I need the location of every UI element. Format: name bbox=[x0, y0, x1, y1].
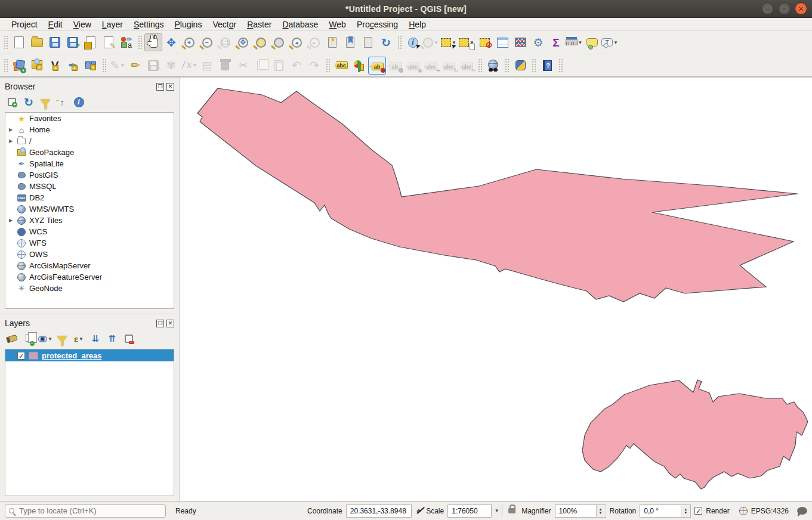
move-label-button[interactable]: abc➜ bbox=[422, 57, 440, 75]
browser-item--[interactable]: ▶/ bbox=[5, 135, 174, 147]
expand-arrow-icon[interactable]: ▶ bbox=[8, 127, 14, 132]
browser-item-wfs[interactable]: WFS bbox=[5, 237, 174, 249]
browser-item-wcs[interactable]: WCS bbox=[5, 226, 174, 237]
new-shapefile-layer-button[interactable]: V✳ bbox=[46, 57, 64, 75]
add-selected-layers-button[interactable]: + bbox=[5, 95, 19, 109]
menu-raster[interactable]: Raster bbox=[242, 19, 277, 30]
modify-attributes-button[interactable]: ▤ bbox=[198, 57, 216, 75]
delete-selected-button[interactable] bbox=[216, 57, 234, 75]
new-spatialite-layer-button[interactable]: ✒✳ bbox=[64, 57, 82, 75]
lock-scale-icon[interactable] bbox=[508, 508, 515, 513]
deselect-features-button[interactable]: ⊘ bbox=[476, 33, 493, 51]
show-bookmark-manager-button[interactable] bbox=[359, 33, 377, 51]
refresh-browser-button[interactable]: ↻ bbox=[21, 95, 36, 109]
vertex-tool-button[interactable]: /x▼ bbox=[180, 57, 198, 75]
dropdown-arrow-icon[interactable]: ▼ bbox=[613, 40, 618, 45]
zoom-last-button[interactable]: ◂ bbox=[288, 33, 305, 51]
crs-globe-icon[interactable] bbox=[739, 507, 748, 515]
toggle-editing-button[interactable]: ✏ bbox=[126, 57, 144, 75]
close-button[interactable]: ✕ bbox=[795, 2, 807, 15]
redo-button[interactable]: ↷ bbox=[305, 57, 323, 75]
metasearch-button[interactable] bbox=[484, 57, 502, 75]
browser-item-favorites[interactable]: ★Favorites bbox=[5, 113, 174, 124]
rotation-spin-buttons[interactable]: ▲▼ bbox=[681, 505, 690, 517]
cut-features-button[interactable]: ✂ bbox=[234, 57, 252, 75]
rotation-spinbox[interactable]: 0,0 ° ▲▼ bbox=[640, 504, 691, 518]
collapse-all-layers-button[interactable]: ⇈ bbox=[105, 332, 119, 345]
zoom-out-button[interactable]: − bbox=[198, 33, 216, 51]
current-edits-button[interactable]: ✎▼ bbox=[109, 57, 126, 75]
collapse-all-button[interactable]: ▪▪↑ bbox=[55, 95, 69, 109]
open-project-button[interactable] bbox=[28, 33, 46, 51]
crs-status[interactable]: EPSG:4326 bbox=[751, 507, 789, 515]
pan-map-button[interactable] bbox=[144, 33, 162, 51]
messages-icon[interactable] bbox=[797, 507, 807, 515]
expand-arrow-icon[interactable]: ▶ bbox=[8, 138, 14, 144]
browser-item-arcgismapserver[interactable]: ArcGisMapServer bbox=[5, 260, 174, 271]
open-field-calculator-button[interactable] bbox=[511, 33, 529, 51]
measure-line-button[interactable]: ▼ bbox=[565, 33, 583, 51]
protected-area-polygon-2[interactable] bbox=[582, 380, 808, 489]
expand-all-button[interactable]: ⇊ bbox=[88, 332, 103, 345]
filter-by-expression-button[interactable]: ε▼ bbox=[72, 332, 86, 345]
magnifier-spin-buttons[interactable]: ▲▼ bbox=[596, 505, 605, 517]
minimize-button[interactable]: − bbox=[761, 2, 774, 15]
open-layer-styling-button[interactable] bbox=[5, 332, 19, 345]
change-label-button[interactable]: abc✏ bbox=[458, 57, 476, 75]
add-group-button[interactable]: + bbox=[21, 332, 36, 345]
browser-item-ows[interactable]: OWS bbox=[5, 249, 174, 260]
map-canvas[interactable] bbox=[180, 78, 812, 501]
scale-dropdown-icon[interactable]: ▼ bbox=[491, 504, 502, 518]
zoom-next-button[interactable]: ▸ bbox=[305, 33, 323, 51]
copy-features-button[interactable] bbox=[252, 57, 270, 75]
menu-settings[interactable]: Settings bbox=[128, 19, 169, 30]
locator-search[interactable] bbox=[5, 504, 166, 518]
menu-edit[interactable]: Edit bbox=[43, 19, 68, 30]
browser-item-db2[interactable]: DB2DB2 bbox=[5, 192, 174, 203]
run-feature-action-button[interactable]: ▼ bbox=[422, 33, 440, 51]
menu-processing[interactable]: Processing bbox=[351, 19, 403, 30]
python-console-button[interactable] bbox=[511, 57, 529, 75]
zoom-to-layer-button[interactable] bbox=[270, 33, 288, 51]
dropdown-arrow-icon[interactable]: ▼ bbox=[434, 40, 439, 45]
coordinate-input[interactable]: 20.3631,-33.8948 bbox=[346, 504, 412, 518]
maximize-button[interactable]: ▫ bbox=[778, 2, 791, 15]
remove-layer-button[interactable]: − bbox=[122, 332, 136, 345]
open-attribute-table-button[interactable] bbox=[493, 33, 511, 51]
highlight-pinned-labels-button[interactable]: ab bbox=[386, 57, 404, 75]
dropdown-arrow-icon[interactable]: ▼ bbox=[193, 63, 197, 68]
browser-item-wms-wmts[interactable]: WMS/WMTS bbox=[5, 203, 174, 215]
menu-project[interactable]: Project bbox=[6, 19, 43, 30]
protected-area-polygon-1[interactable] bbox=[197, 88, 798, 302]
text-annotation-button[interactable]: T▼ bbox=[601, 33, 619, 51]
select-features-button[interactable]: ➤▼ bbox=[440, 33, 458, 51]
manage-map-themes-button[interactable]: ▼ bbox=[38, 332, 53, 345]
zoom-to-selection-button[interactable] bbox=[252, 33, 270, 51]
title-bar[interactable]: *Untitled Project - QGIS [new] − ▫ ✕ bbox=[0, 0, 812, 18]
layer-visibility-checkbox[interactable]: ✓ bbox=[17, 352, 25, 360]
zoom-in-button[interactable]: + bbox=[180, 33, 198, 51]
save-project-button[interactable] bbox=[46, 33, 64, 51]
browser-item-xyz-tiles[interactable]: ▶XYZ Tiles bbox=[5, 215, 174, 226]
menu-vector[interactable]: Vector bbox=[207, 19, 242, 30]
layers-float-button[interactable]: ❐ bbox=[156, 320, 164, 327]
layers-close-button[interactable]: ✕ bbox=[166, 320, 174, 327]
new-project-button[interactable] bbox=[10, 33, 28, 51]
layer-diagram-button[interactable] bbox=[350, 57, 368, 75]
show-layout-manager-button[interactable]: ✎ bbox=[100, 33, 118, 51]
processing-toolbox-button[interactable]: ⚙ bbox=[529, 33, 547, 51]
open-data-source-manager-button[interactable]: + bbox=[10, 57, 28, 75]
undo-button[interactable]: ↶ bbox=[288, 57, 305, 75]
show-spatial-bookmarks-button[interactable] bbox=[341, 33, 359, 51]
zoom-full-button[interactable]: ✥ bbox=[234, 33, 252, 51]
show-hide-labels-button[interactable]: abc◉ bbox=[404, 57, 422, 75]
enable-properties-widget-button[interactable]: i bbox=[72, 95, 86, 109]
new-print-layout-button[interactable] bbox=[82, 33, 100, 51]
rotate-label-button[interactable]: abc↻ bbox=[440, 57, 458, 75]
help-contents-button[interactable]: ? bbox=[538, 57, 556, 75]
menu-help[interactable]: Help bbox=[403, 19, 431, 30]
pan-to-selection-button[interactable]: ✥ bbox=[162, 33, 180, 51]
identify-features-button[interactable]: i➤ bbox=[404, 33, 422, 51]
paste-features-button[interactable] bbox=[270, 57, 288, 75]
browser-item-geonode[interactable]: ✳GeoNode bbox=[5, 283, 174, 294]
